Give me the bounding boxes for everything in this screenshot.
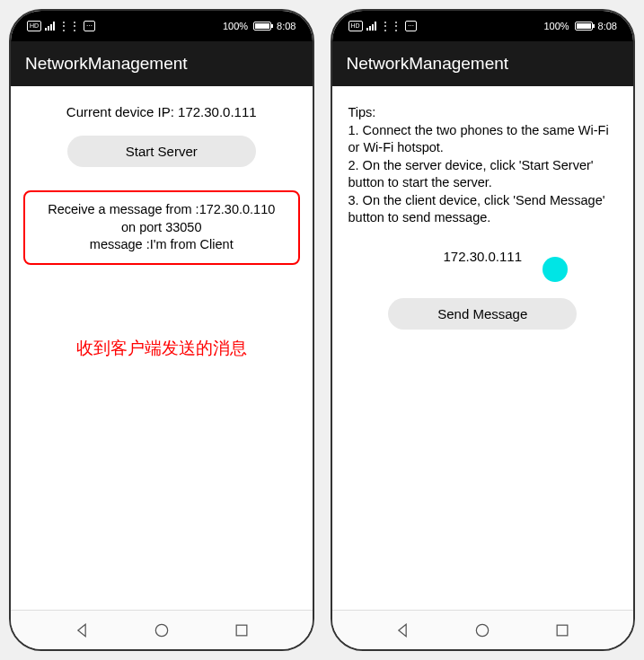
msg-body: message :I'm from Client [32, 236, 291, 254]
battery-icon [575, 22, 593, 31]
clock: 8:08 [277, 21, 296, 31]
phone-server: HD ⋮⋮ ⋯ 100% 8:08 NetworkManagement Curr… [9, 9, 314, 651]
battery-percent: 100% [223, 21, 248, 31]
recent-icon[interactable] [233, 621, 251, 639]
tip-2: 2. On the server device, click 'Start Se… [348, 157, 618, 192]
recent-icon[interactable] [553, 621, 571, 639]
camera-notch [155, 18, 168, 31]
hd-icon: HD [27, 21, 41, 31]
home-icon[interactable] [153, 621, 171, 639]
app-header: NetworkManagement [332, 41, 634, 86]
msg-port: on port 33050 [32, 219, 291, 237]
phone-client: HD ⋮⋮ ⋯ 100% 8:08 NetworkManagement Tips… [331, 9, 636, 651]
battery-icon [253, 22, 271, 31]
tip-1: 1. Connect the two phones to the same Wi… [348, 122, 618, 157]
msg-from: Receive a message from :172.30.0.110 [32, 201, 291, 219]
battery-percent: 100% [543, 21, 569, 31]
touch-indicator-icon [543, 257, 568, 282]
start-server-button[interactable]: Start Server [67, 136, 256, 167]
home-icon[interactable] [473, 621, 491, 639]
android-nav-bar [332, 610, 634, 649]
send-message-button[interactable]: Send Message [388, 298, 577, 330]
app-title: NetworkManagement [25, 54, 188, 73]
app-title: NetworkManagement [347, 54, 509, 73]
signal-icon [366, 22, 376, 31]
svg-rect-1 [236, 625, 247, 636]
received-message-box: Receive a message from :172.30.0.110 on … [23, 190, 300, 265]
back-icon[interactable] [393, 621, 411, 639]
wifi-icon: ⋮⋮ [58, 20, 80, 32]
server-ip-input[interactable] [345, 242, 622, 271]
app-header: NetworkManagement [11, 41, 313, 86]
camera-notch [476, 18, 489, 31]
network-icon: ⋯ [405, 21, 417, 31]
svg-point-2 [477, 624, 489, 636]
svg-point-0 [155, 624, 167, 636]
android-nav-bar [11, 610, 313, 649]
signal-icon [45, 22, 55, 31]
annotation-label: 收到客户端发送的消息 [23, 337, 300, 360]
server-content: Current device IP: 172.30.0.111 Start Se… [11, 86, 313, 610]
hd-icon: HD [348, 21, 363, 31]
back-icon[interactable] [73, 621, 91, 639]
device-ip-label: Current device IP: 172.30.0.111 [23, 104, 300, 119]
svg-rect-3 [557, 625, 568, 636]
tip-3: 3. On the client device, click 'Send Mes… [348, 192, 618, 227]
client-content: Tips: 1. Connect the two phones to the s… [332, 86, 634, 610]
network-icon: ⋯ [84, 21, 95, 31]
wifi-icon: ⋮⋮ [380, 20, 401, 32]
clock: 8:08 [598, 21, 617, 31]
tips-block: Tips: 1. Connect the two phones to the s… [345, 104, 622, 227]
tips-title: Tips: [348, 104, 618, 122]
